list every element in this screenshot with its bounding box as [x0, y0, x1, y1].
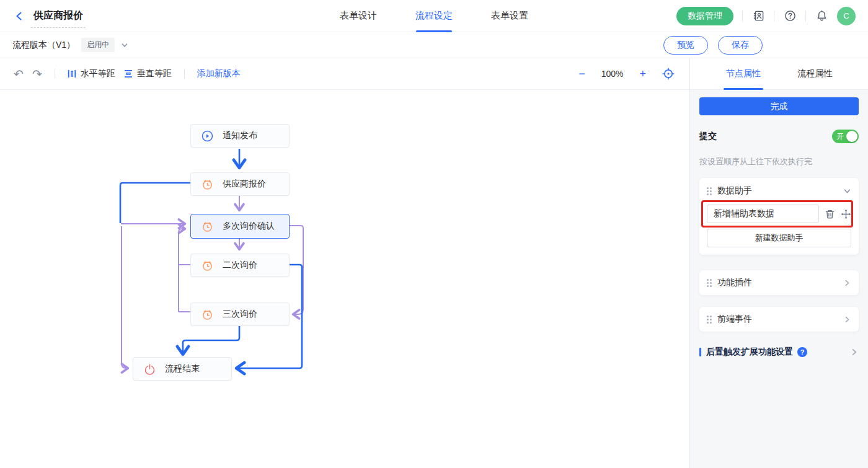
notification-bell-icon[interactable]: [815, 9, 828, 23]
node-label: 通知发布: [223, 130, 257, 141]
zoom-in-button[interactable]: +: [639, 68, 646, 79]
divider: [742, 11, 743, 22]
divider: [55, 69, 55, 79]
delete-trash-icon[interactable]: [825, 209, 835, 219]
divider: [184, 69, 185, 79]
node-label: 供应商报价: [223, 179, 266, 190]
timer-icon: [202, 260, 213, 272]
function-plugin-title: 功能插件: [717, 277, 752, 288]
node-label: 二次询价: [223, 260, 257, 271]
zoom-level: 100%: [601, 69, 624, 79]
tab-form-setting[interactable]: 表单设置: [491, 0, 528, 32]
panel-tabs: 节点属性 流程属性: [690, 58, 868, 90]
divider: [805, 11, 806, 22]
preview-button[interactable]: 预览: [663, 36, 708, 55]
data-helper-title: 数据助手: [717, 185, 752, 196]
post-trigger-title: 后置触发扩展功能设置: [706, 347, 793, 358]
flow-node-notify-publish[interactable]: 通知发布: [190, 124, 290, 148]
distribute-vertical-icon: [124, 69, 133, 78]
header-tabs: 表单设计 流程设定 表单设置: [340, 0, 528, 32]
node-label: 流程结束: [165, 363, 200, 374]
data-helper-card: 数据助手 新建数据助手: [699, 178, 859, 255]
help-question-icon[interactable]: ?: [797, 347, 807, 357]
function-plugin-card[interactable]: 功能插件: [699, 270, 859, 295]
flow-node-process-end[interactable]: 流程结束: [133, 357, 232, 381]
flow-canvas[interactable]: 通知发布 供应商报价 多次询价确认 二次询价: [0, 90, 689, 468]
avatar[interactable]: C: [837, 7, 856, 25]
divider: [774, 11, 774, 22]
drag-handle-icon[interactable]: [707, 187, 712, 195]
app-header: 供应商报价 表单设计 流程设定 表单设置 数据管理 C: [0, 0, 868, 32]
distribute-horizontal-button[interactable]: 水平等距: [68, 68, 115, 79]
zoom-out-button[interactable]: −: [578, 68, 585, 79]
frontend-event-card[interactable]: 前端事件: [699, 307, 859, 332]
contacts-icon[interactable]: [751, 9, 765, 23]
power-icon: [144, 363, 156, 375]
tab-flow-setting[interactable]: 流程设定: [415, 0, 453, 32]
distribute-horizontal-icon: [68, 69, 76, 78]
flow-node-third-inquiry[interactable]: 三次询价: [190, 302, 290, 326]
node-label: 三次询价: [223, 309, 257, 320]
status-badge: 启用中: [81, 38, 115, 52]
undo-icon[interactable]: ↶: [14, 68, 24, 80]
flow-node-supplier-quote[interactable]: 供应商报价: [190, 172, 290, 196]
page-title: 供应商报价: [31, 9, 86, 28]
drag-handle-icon[interactable]: [707, 279, 712, 287]
timer-icon: [202, 179, 213, 190]
accent-bar: [699, 348, 701, 356]
save-button[interactable]: 保存: [718, 36, 763, 55]
add-version-link[interactable]: 添加新版本: [197, 68, 241, 79]
data-helper-name-input[interactable]: [707, 205, 819, 223]
node-label: 多次询价确认: [223, 221, 275, 232]
back-button[interactable]: [12, 9, 26, 23]
chevron-right-icon: [843, 279, 851, 287]
tab-node-properties[interactable]: 节点属性: [726, 58, 761, 90]
complete-button[interactable]: 完成: [699, 97, 859, 115]
properties-panel: 节点属性 流程属性 完成 提交 开 按设置顺序从上往下依次执行完 数据助手: [690, 58, 868, 468]
play-icon: [202, 130, 213, 142]
toggle-knob: [846, 131, 857, 142]
chevron-left-icon: [15, 12, 24, 20]
data-helper-header[interactable]: 数据助手: [707, 185, 851, 196]
distribute-vertical-button[interactable]: 垂直等距: [124, 68, 172, 79]
timer-icon: [202, 221, 213, 232]
version-bar: 流程版本（V1） 启用中 预览 保存: [0, 32, 868, 58]
toggle-on-label: 开: [836, 131, 844, 141]
help-icon[interactable]: [783, 9, 797, 23]
drag-handle-icon[interactable]: [707, 316, 712, 324]
submit-label: 提交: [699, 131, 717, 142]
add-data-helper-button[interactable]: 新建数据助手: [707, 229, 851, 247]
tab-flow-properties[interactable]: 流程属性: [797, 58, 832, 90]
move-icon[interactable]: [841, 209, 851, 219]
submit-toggle[interactable]: 开: [832, 130, 859, 143]
canvas-toolbar: ↶ ↷ 水平等距 垂直等距 添加新版本 − 100% +: [0, 58, 689, 90]
locate-target-icon[interactable]: [662, 68, 675, 80]
data-manage-button[interactable]: 数据管理: [676, 7, 733, 25]
flow-connectors: [0, 90, 689, 468]
post-trigger-row[interactable]: 后置触发扩展功能设置 ?: [699, 347, 859, 358]
flow-node-multi-inquiry-confirm[interactable]: 多次询价确认: [190, 214, 290, 239]
timer-icon: [202, 309, 213, 320]
version-label: 流程版本（V1）: [12, 40, 75, 51]
frontend-event-title: 前端事件: [717, 314, 752, 325]
chevron-down-icon[interactable]: [121, 42, 128, 49]
chevron-right-icon: [850, 348, 859, 356]
redo-icon[interactable]: ↷: [32, 68, 42, 80]
tab-form-design[interactable]: 表单设计: [340, 0, 377, 32]
chevron-right-icon: [843, 316, 851, 324]
flow-node-second-inquiry[interactable]: 二次询价: [190, 254, 290, 277]
chevron-down-icon[interactable]: [843, 187, 851, 195]
execution-order-hint: 按设置顺序从上往下依次执行完: [699, 156, 859, 167]
